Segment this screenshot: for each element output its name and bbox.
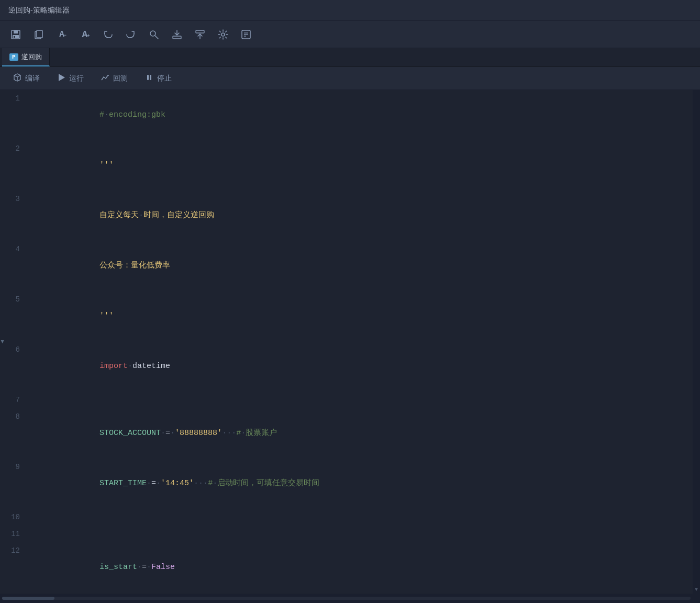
code-token: False bbox=[151, 563, 175, 572]
title-bar: 逆回购-策略编辑器 bbox=[0, 0, 700, 21]
settings-button[interactable] bbox=[214, 25, 232, 44]
backtest-label: 回测 bbox=[113, 74, 128, 83]
run-label: 运行 bbox=[69, 74, 84, 83]
line-content[interactable]: STOCK_ACCOUNT·=·'88888888'···#·股票账户 bbox=[39, 408, 693, 459]
compile-icon bbox=[13, 73, 22, 84]
fold-indicator bbox=[30, 408, 39, 459]
svg-rect-8 bbox=[173, 36, 181, 39]
line-number: 8 bbox=[5, 408, 30, 459]
stop-button[interactable]: 停止 bbox=[136, 70, 180, 87]
fold-indicator bbox=[30, 241, 39, 291]
line-content[interactable]: START_TIME·=·'14:45'···#·启动时间，可填任意交易时间 bbox=[39, 459, 693, 509]
code-table: 1 #·encoding:gbk 2 ''' 3 bbox=[5, 90, 693, 594]
toolbar: A− A+ bbox=[0, 21, 700, 48]
h-scrollbar-track[interactable] bbox=[0, 594, 693, 603]
line-content[interactable] bbox=[39, 509, 693, 526]
svg-rect-16 bbox=[147, 75, 149, 80]
fold-indicator bbox=[30, 509, 39, 526]
svg-rect-2 bbox=[13, 35, 19, 38]
code-token: #·encoding:gbk bbox=[99, 110, 165, 119]
line-number: 11 bbox=[5, 526, 30, 542]
table-row: 9 START_TIME·=·'14:45'···#·启动时间，可填任意交易时间 bbox=[5, 459, 693, 509]
table-row: 3 自定义每天·时间，自定义逆回购 bbox=[5, 191, 693, 241]
code-token: ·datetime bbox=[128, 362, 170, 371]
line-content[interactable]: 公众号：量化低费率 bbox=[39, 241, 693, 291]
code-token: START_TIME bbox=[99, 479, 147, 488]
tab-bar: P 逆回购 bbox=[0, 48, 700, 67]
right-scrollbar[interactable]: ▼ bbox=[693, 90, 700, 594]
svg-marker-15 bbox=[59, 74, 65, 81]
save-button[interactable] bbox=[6, 25, 25, 44]
svg-rect-9 bbox=[196, 30, 204, 33]
table-row: 7 bbox=[5, 392, 693, 408]
line-number: 9 bbox=[5, 459, 30, 509]
line-content[interactable]: 自定义每天·时间，自定义逆回购 bbox=[39, 191, 693, 241]
line-content[interactable]: INTERVAL_SECOND·=·3···#·交易间隔 bbox=[39, 593, 693, 594]
fold-indicator bbox=[30, 291, 39, 341]
line-content[interactable]: #·encoding:gbk bbox=[39, 90, 693, 140]
export2-button[interactable] bbox=[191, 25, 209, 44]
code-token: '14:45' bbox=[161, 479, 194, 488]
backtest-button[interactable]: 回测 bbox=[92, 70, 136, 87]
line-content[interactable] bbox=[39, 526, 693, 542]
fold-indicator bbox=[30, 526, 39, 542]
code-token: ··· bbox=[194, 479, 208, 488]
code-token: import bbox=[99, 362, 128, 371]
find-button[interactable] bbox=[145, 25, 163, 44]
line-number: 5 bbox=[5, 291, 30, 341]
code-token: ''' bbox=[99, 311, 114, 320]
line-content[interactable] bbox=[39, 392, 693, 408]
font-increase-button[interactable]: A+ bbox=[75, 25, 94, 44]
fold-indicator bbox=[30, 341, 39, 392]
backtest-icon bbox=[101, 73, 110, 84]
table-row: 8 STOCK_ACCOUNT·=·'88888888'···#·股票账户 bbox=[5, 408, 693, 459]
code-token: STOCK_ACCOUNT bbox=[99, 429, 161, 438]
table-row: 5 ''' bbox=[5, 291, 693, 341]
code-token: ··· bbox=[222, 429, 236, 438]
font-decrease-button[interactable]: A− bbox=[52, 25, 71, 44]
fold-indicator bbox=[30, 459, 39, 509]
tab-nihuigou-label: 逆回购 bbox=[21, 52, 42, 62]
table-row: 4 公众号：量化低费率 bbox=[5, 241, 693, 291]
table-row: 1 #·encoding:gbk bbox=[5, 90, 693, 140]
compile-button[interactable]: 编译 bbox=[4, 70, 48, 87]
line-number: 4 bbox=[5, 241, 30, 291]
svg-rect-3 bbox=[14, 36, 15, 38]
export1-button[interactable] bbox=[168, 25, 186, 44]
svg-line-7 bbox=[155, 36, 158, 39]
code-token: is_start bbox=[99, 563, 137, 572]
tab-nihuigou[interactable]: P 逆回购 bbox=[2, 48, 50, 66]
compile-label: 编译 bbox=[25, 74, 40, 83]
line-content[interactable]: ''' bbox=[39, 291, 693, 341]
line-number: 13 bbox=[5, 593, 30, 594]
scrollbar-thumb bbox=[2, 597, 54, 600]
line-number: 12 bbox=[5, 542, 30, 593]
run-button[interactable]: 运行 bbox=[48, 70, 92, 87]
table-row: 6 import·datetime bbox=[5, 341, 693, 392]
svg-rect-17 bbox=[150, 75, 151, 80]
collapse-handle[interactable]: ▶ bbox=[0, 90, 5, 594]
redo-button[interactable] bbox=[121, 25, 140, 44]
code-token: 自定义每天·时间，自定义逆回购 bbox=[99, 211, 214, 220]
fold-indicator bbox=[30, 140, 39, 191]
fold-indicator bbox=[30, 593, 39, 594]
new-file-button[interactable] bbox=[29, 25, 48, 44]
scroll-down-arrow[interactable]: ▼ bbox=[695, 587, 698, 593]
fold-indicator bbox=[30, 392, 39, 408]
line-content[interactable]: is_start·=·False bbox=[39, 542, 693, 593]
code-token: #·股票账户 bbox=[236, 429, 277, 438]
svg-point-10 bbox=[221, 33, 225, 36]
bottom-bar bbox=[0, 594, 700, 603]
line-content[interactable]: ''' bbox=[39, 140, 693, 191]
undo-button[interactable] bbox=[98, 25, 117, 44]
code-editor[interactable]: 1 #·encoding:gbk 2 ''' 3 bbox=[5, 90, 693, 594]
table-row: 2 ''' bbox=[5, 140, 693, 191]
code-token: 公众号：量化低费率 bbox=[99, 261, 170, 270]
line-number: 6 bbox=[5, 341, 30, 392]
info-button[interactable] bbox=[237, 25, 255, 44]
table-row: 10 bbox=[5, 509, 693, 526]
fold-indicator bbox=[30, 542, 39, 593]
code-token: '88888888' bbox=[175, 429, 222, 438]
svg-rect-1 bbox=[14, 30, 18, 34]
line-content[interactable]: import·datetime bbox=[39, 341, 693, 392]
